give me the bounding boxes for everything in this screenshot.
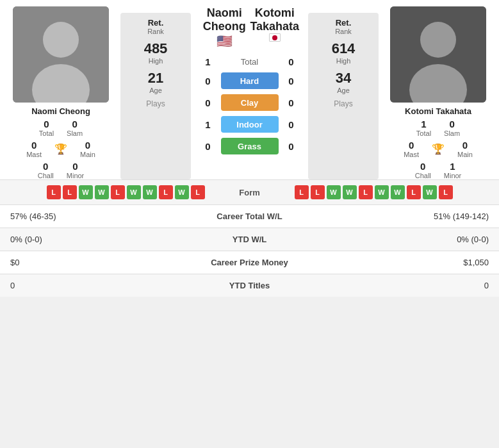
clay-row: 0 Clay 0 xyxy=(199,94,300,111)
right-age: 34 Age xyxy=(336,70,351,94)
form-pill: L xyxy=(111,185,125,199)
stats-row: 57% (46-35) Career Total W/L 51% (149-14… xyxy=(0,205,499,228)
svg-point-4 xyxy=(420,22,456,58)
form-pill: L xyxy=(359,185,373,199)
right-stats-row3: 0 Chall 1 Minor xyxy=(415,161,462,179)
form-pill: L xyxy=(407,185,421,199)
left-total: 0 Total xyxy=(39,119,54,137)
form-pill: L xyxy=(191,185,205,199)
grass-badge: Grass xyxy=(221,138,279,154)
form-pill: L xyxy=(295,185,309,199)
stats-right-val: 0 xyxy=(334,274,499,297)
left-trophy-row: 0 Mast 🏆 0 Main xyxy=(26,140,95,158)
left-avatar xyxy=(13,6,109,103)
right-rank: Ret. Rank xyxy=(335,18,352,35)
form-pill: W xyxy=(79,185,93,199)
stats-right-val: 51% (149-142) xyxy=(334,205,499,228)
left-rank: Ret. Rank xyxy=(147,18,164,35)
right-main: 0 Main xyxy=(457,140,473,158)
stats-left-val: 0% (0-0) xyxy=(0,228,165,251)
left-plays: Plays xyxy=(146,99,165,108)
stats-center-label: Career Prize Money xyxy=(165,251,334,274)
right-plays: Plays xyxy=(334,99,352,108)
indoor-badge: Indoor xyxy=(221,116,279,133)
form-pill: W xyxy=(143,185,157,199)
form-pill: W xyxy=(127,185,141,199)
left-high: 485 High xyxy=(144,40,168,65)
right-stats-row1: 1 Total 0 Slam xyxy=(416,119,460,137)
right-minor: 1 Minor xyxy=(444,161,462,179)
center-names-row: Naomi Cheong 🇺🇸 Kotomi Takahata xyxy=(199,6,300,51)
left-stats-row3: 0 Chall 0 Minor xyxy=(38,161,85,179)
right-flag xyxy=(250,33,300,42)
stats-row: 0% (0-0) YTD W/L 0% (0-0) xyxy=(0,228,499,251)
left-player-card: Naomi Cheong 0 Total 0 Slam 0 Mast 🏆 xyxy=(6,6,115,179)
right-chall: 0 Chall xyxy=(415,161,431,179)
center-section: Naomi Cheong 🇺🇸 Kotomi Takahata 1 xyxy=(196,6,303,179)
indoor-row: 1 Indoor 0 xyxy=(199,116,300,133)
stats-left-val: 57% (46-35) xyxy=(0,205,165,228)
form-pill: W xyxy=(343,185,357,199)
left-rank-label: Rank xyxy=(147,28,164,35)
form-label: Form xyxy=(211,188,288,197)
stats-right-val: $1,050 xyxy=(334,251,499,274)
form-pill: L xyxy=(47,185,61,199)
left-trophy-icon: 🏆 xyxy=(54,143,67,155)
form-pill: L xyxy=(311,185,325,199)
hard-badge: Hard xyxy=(221,72,279,89)
right-trophy-row: 0 Mast 🏆 0 Main xyxy=(404,140,473,158)
form-pill: W xyxy=(95,185,109,199)
left-flag: 🇺🇸 xyxy=(199,33,250,49)
hard-row: 0 Hard 0 xyxy=(199,72,300,89)
left-chall: 0 Chall xyxy=(38,161,54,179)
left-minor: 0 Minor xyxy=(67,161,85,179)
court-rows: 0 Hard 0 0 Clay 0 1 Indoor 0 0 Grass xyxy=(199,72,300,154)
form-pill: L xyxy=(159,185,173,199)
right-high: 614 High xyxy=(332,40,356,65)
right-trophy-icon: 🏆 xyxy=(432,143,445,155)
left-main: 0 Main xyxy=(80,140,95,158)
center-left-name: Naomi Cheong 🇺🇸 xyxy=(199,6,250,51)
stats-left-val: 0 xyxy=(0,274,165,297)
left-mast: 0 Mast xyxy=(26,140,42,158)
form-pill: W xyxy=(327,185,341,199)
japan-flag-icon xyxy=(269,33,281,42)
right-rank-label: Rank xyxy=(335,28,352,35)
form-pill: W xyxy=(175,185,189,199)
svg-point-1 xyxy=(43,22,79,58)
right-total: 1 Total xyxy=(416,119,431,137)
form-pill: W xyxy=(423,185,437,199)
stats-center-label: YTD Titles xyxy=(165,274,334,297)
stats-center-label: YTD W/L xyxy=(165,228,334,251)
left-middle-stats: Ret. Rank 485 High 21 Age Plays xyxy=(120,13,191,179)
form-pill: W xyxy=(375,185,389,199)
left-stats-row1: 0 Total 0 Slam xyxy=(39,119,83,137)
stats-right-val: 0% (0-0) xyxy=(334,228,499,251)
main-container: Naomi Cheong 0 Total 0 Slam 0 Mast 🏆 xyxy=(0,0,499,297)
center-right-name: Kotomi Takahata xyxy=(250,6,300,44)
form-pill: L xyxy=(63,185,77,199)
right-mast: 0 Mast xyxy=(404,140,419,158)
left-form-pills: LLWWLWWLWL xyxy=(6,185,205,199)
form-pill: W xyxy=(391,185,405,199)
right-player-card: Kotomi Takahata 1 Total 0 Slam 0 Mast 🏆 xyxy=(384,6,493,179)
stats-table: 57% (46-35) Career Total W/L 51% (149-14… xyxy=(0,204,499,297)
left-player-name: Naomi Cheong xyxy=(31,106,90,116)
total-row: 1 Total 0 xyxy=(202,56,298,67)
form-pill: L xyxy=(439,185,453,199)
clay-badge: Clay xyxy=(221,94,279,111)
stats-row: $0 Career Prize Money $1,050 xyxy=(0,251,499,274)
stats-center-label: Career Total W/L xyxy=(165,205,334,228)
left-slam: 0 Slam xyxy=(67,119,83,137)
stats-left-val: $0 xyxy=(0,251,165,274)
right-player-name: Kotomi Takahata xyxy=(405,106,471,116)
stats-row: 0 YTD Titles 0 xyxy=(0,274,499,297)
right-slam: 0 Slam xyxy=(444,119,460,137)
right-middle-stats: Ret. Rank 614 High 34 Age Plays xyxy=(308,13,379,179)
top-section: Naomi Cheong 0 Total 0 Slam 0 Mast 🏆 xyxy=(0,0,499,179)
grass-row: 0 Grass 0 xyxy=(199,138,300,154)
form-section: LLWWLWWLWL Form LLWWLWWLWL xyxy=(0,179,499,204)
right-avatar xyxy=(390,6,486,103)
left-age: 21 Age xyxy=(148,70,163,94)
right-form-pills: LLWWLWWLWL xyxy=(295,185,493,199)
